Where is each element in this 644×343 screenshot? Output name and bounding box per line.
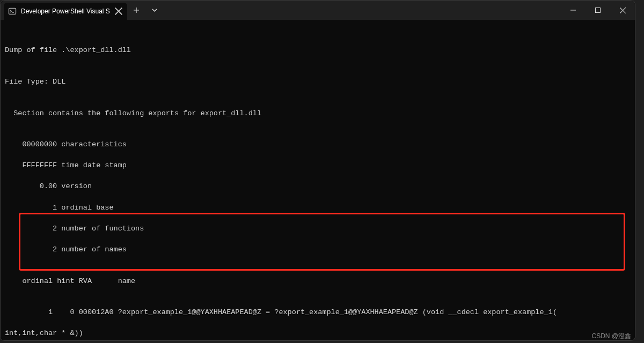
highlight-annotation xyxy=(19,213,625,271)
output-line: 00000000 characteristics xyxy=(5,139,631,150)
window-controls xyxy=(561,1,635,20)
terminal-body[interactable]: Dump of file .\export_dll.dll File Type:… xyxy=(1,20,635,340)
output-line: int,int,char * &)) xyxy=(5,328,631,339)
watermark: CSDN @澄鑫 xyxy=(591,332,631,341)
titlebar[interactable]: Developer PowerShell Visual S xyxy=(1,1,635,20)
output-line: FFFFFFFF time date stamp xyxy=(5,160,631,171)
output-line: 0.00 version xyxy=(5,181,631,192)
svg-rect-0 xyxy=(9,9,16,14)
output-line: 2 number of functions xyxy=(5,223,631,234)
tab-group: Developer PowerShell Visual S xyxy=(1,1,127,20)
tab-title: Developer PowerShell Visual S xyxy=(21,8,110,15)
output-line: 1 ordinal base xyxy=(5,203,631,213)
new-tab-button[interactable] xyxy=(127,1,145,20)
svg-rect-1 xyxy=(596,8,601,13)
tab-dropdown-button[interactable] xyxy=(145,1,164,20)
output-line: Section contains the following exports f… xyxy=(5,108,631,119)
close-tab-button[interactable] xyxy=(114,7,123,16)
close-window-button[interactable] xyxy=(610,1,635,20)
output-line: File Type: DLL xyxy=(5,77,631,87)
titlebar-drag-area[interactable] xyxy=(164,1,561,20)
tab-active[interactable]: Developer PowerShell Visual S xyxy=(4,3,127,20)
minimize-button[interactable] xyxy=(561,1,586,20)
output-line: ordinal hint RVA name xyxy=(5,276,631,287)
powershell-icon xyxy=(8,7,17,16)
terminal-window: Developer PowerShell Visual S Dum xyxy=(0,0,635,341)
output-line: 2 number of names xyxy=(5,244,631,255)
maximize-button[interactable] xyxy=(586,1,610,20)
output-line: Dump of file .\export_dll.dll xyxy=(5,45,631,56)
output-line: 1 0 000012A0 ?export_example_1@@YAXHHAEA… xyxy=(5,307,631,318)
